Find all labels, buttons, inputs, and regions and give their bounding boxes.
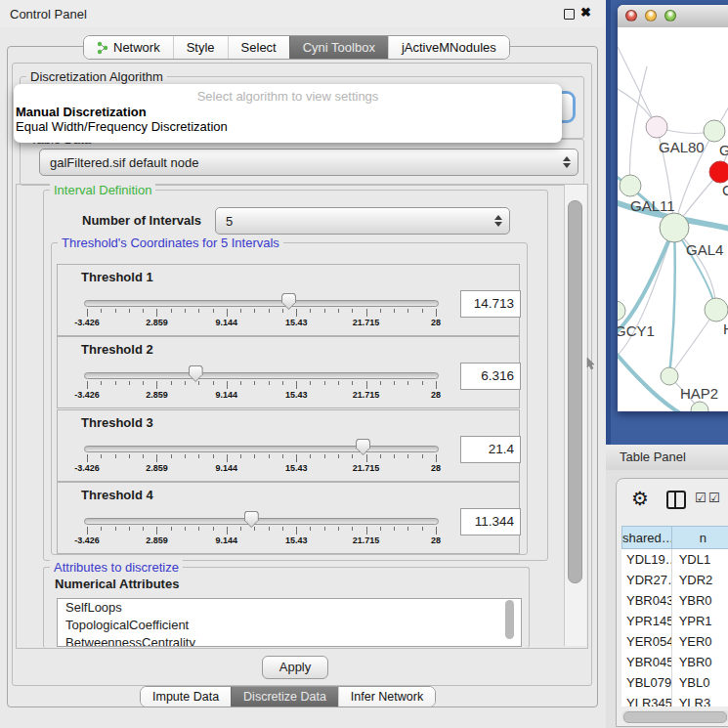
slider-tick — [338, 527, 339, 531]
attribute-list-item[interactable]: TopologicalCoefficient — [58, 617, 521, 634]
network-node[interactable] — [661, 367, 678, 385]
table-data-combo[interactable]: galFiltered.sif default node — [39, 149, 578, 176]
threshold-label: Threshold 1 — [81, 270, 153, 284]
attribute-list-item[interactable]: BetweennessCentrality — [58, 634, 521, 647]
network-window-titlebar[interactable] — [618, 5, 728, 28]
table-row[interactable]: YBR043CYBR0 — [621, 590, 728, 611]
network-node-label: GAL11 — [630, 197, 675, 214]
slider-tick — [436, 309, 437, 317]
checkbox-icon[interactable]: ☑ — [708, 491, 720, 505]
slider-tick — [240, 527, 241, 531]
algorithm-option[interactable]: Equal Width/Frequency Discretization — [14, 119, 562, 134]
network-node[interactable] — [660, 213, 689, 242]
slider-tick — [407, 381, 408, 385]
table-row[interactable]: YER054CYER0 — [621, 631, 728, 652]
slider-tick — [269, 309, 270, 313]
table-row[interactable]: YLR345WYLR3 — [621, 693, 728, 707]
slider-thumb[interactable] — [281, 293, 296, 310]
gear-icon[interactable]: ⚙ — [631, 487, 649, 510]
slider-thumb[interactable] — [356, 439, 370, 455]
bottom-tab-infer-network[interactable]: Infer Network — [338, 687, 435, 707]
attribute-list-item[interactable]: SelfLoops — [58, 599, 521, 617]
table-row[interactable]: YDL19…YDL1 — [621, 549, 728, 570]
vertical-scrollbar-thumb[interactable] — [568, 200, 582, 583]
table-row[interactable]: YPR145WYPR1 — [621, 611, 728, 631]
slider-track[interactable] — [84, 372, 439, 379]
split-view-icon[interactable] — [666, 491, 686, 509]
slider-tick — [227, 381, 228, 389]
slider-track[interactable] — [84, 300, 439, 307]
apply-button[interactable]: Apply — [262, 656, 328, 679]
slider-tick — [213, 454, 214, 458]
table-row[interactable]: YDR27…YDR2 — [621, 570, 728, 590]
mouse-cursor — [586, 358, 596, 369]
table-header-cell[interactable]: n — [672, 526, 728, 549]
network-node-label: GAL4 — [686, 241, 723, 258]
threshold-value-field[interactable]: 11.344 — [460, 508, 521, 535]
tab-network[interactable]: Network — [84, 36, 173, 59]
threshold-panel: Threshold 1 -3.4262.8599.14415.4321.7152… — [57, 264, 520, 336]
slider-scale-label: 21.715 — [353, 390, 380, 400]
network-node[interactable] — [618, 301, 625, 321]
list-scrollbar-thumb[interactable] — [505, 600, 514, 639]
network-node[interactable] — [705, 298, 728, 321]
num-intervals-combo[interactable]: 5 — [215, 207, 510, 235]
table-header-cell[interactable]: shared… — [621, 526, 672, 549]
table-row[interactable]: YBR045CYBR0 — [621, 652, 728, 672]
slider-tick — [185, 527, 186, 531]
slider-tick — [240, 454, 241, 458]
threshold-slider[interactable]: -3.4262.8599.14415.4321.71528 — [58, 288, 460, 331]
tab-jactivemnodules[interactable]: jActiveMNodules — [388, 36, 509, 59]
slider-thumb[interactable] — [189, 365, 203, 382]
threshold-value-field[interactable]: 21.4 — [460, 436, 521, 463]
close-icon[interactable]: ✖ — [580, 5, 591, 20]
threshold-value-field[interactable]: 14.713 — [460, 290, 521, 318]
num-intervals-label: Number of Intervals — [82, 213, 201, 228]
close-traffic-light[interactable] — [625, 10, 637, 21]
zoom-traffic-light[interactable] — [664, 10, 676, 21]
network-edge[interactable] — [629, 66, 647, 186]
slider-scale-label: 21.715 — [353, 535, 380, 545]
threshold-slider[interactable]: -3.4262.8599.14415.4321.71528 — [58, 506, 460, 549]
network-node[interactable] — [704, 120, 725, 142]
slider-tick — [129, 527, 130, 531]
slider-tick — [185, 309, 186, 313]
slider-scale-label: 2.859 — [146, 390, 168, 400]
network-node[interactable] — [646, 116, 667, 138]
threshold-slider[interactable]: -3.4262.8599.14415.4321.71528 — [58, 434, 460, 477]
threshold-panel: Threshold 2 -3.4262.8599.14415.4321.7152… — [57, 336, 520, 408]
network-edge-highlighted[interactable] — [669, 228, 675, 376]
network-view[interactable]: GAL80GACGAL11GAL4GCY1HHAP2 — [618, 27, 728, 411]
slider-tick — [143, 454, 144, 458]
node-table[interactable]: shared…nYDL19…YDL1YDR27…YDR2YBR043CYBR0Y… — [621, 526, 728, 707]
slider-scale-label: 2.859 — [146, 318, 168, 327]
slider-thumb[interactable] — [244, 511, 259, 528]
network-node[interactable] — [709, 161, 728, 183]
network-edge-highlighted[interactable] — [618, 228, 674, 335]
tab-cyni-toolbox[interactable]: Cyni Toolbox — [289, 36, 388, 59]
checkbox-icon[interactable]: ☑ — [695, 491, 707, 505]
slider-tick — [269, 527, 270, 531]
tab-select[interactable]: Select — [228, 36, 289, 59]
slider-tick — [366, 527, 367, 535]
network-edge[interactable] — [618, 47, 657, 127]
float-window-icon[interactable] — [564, 9, 575, 20]
minimize-traffic-light[interactable] — [645, 10, 657, 21]
slider-tick — [366, 381, 367, 389]
network-node-label: C — [722, 182, 728, 198]
numerical-attributes-list[interactable]: SelfLoopsTopologicalCoefficientBetweenne… — [57, 598, 522, 647]
bottom-tab-impute-data[interactable]: Impute Data — [141, 687, 231, 707]
algorithm-option[interactable]: Manual Discretization — [14, 105, 562, 119]
slider-track[interactable] — [84, 446, 439, 452]
horizontal-scrollbar-thumb[interactable] — [623, 711, 727, 723]
threshold-slider[interactable]: -3.4262.8599.14415.4321.71528 — [58, 361, 460, 404]
network-node[interactable] — [620, 175, 641, 196]
network-node-label: GCY1 — [618, 322, 655, 339]
tab-style[interactable]: Style — [173, 36, 228, 59]
table-row[interactable]: YBL079WYBL0 — [621, 672, 728, 693]
threshold-value-field[interactable]: 6.316 — [460, 363, 521, 390]
bottom-tab-discretize-data[interactable]: Discretize Data — [231, 687, 338, 707]
thresholds-group-title: Threshold's Coordinates for 5 Intervals — [58, 236, 283, 250]
slider-track[interactable] — [84, 518, 439, 525]
network-edge-highlighted[interactable] — [618, 350, 696, 411]
